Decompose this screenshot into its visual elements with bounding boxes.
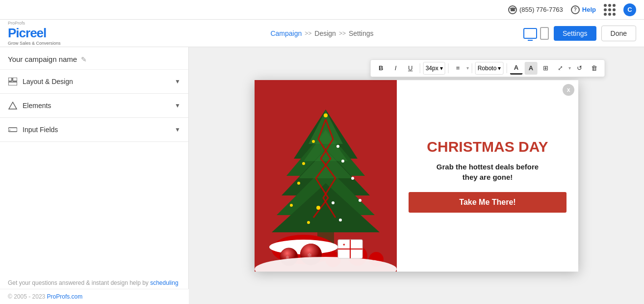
accordion-layout: Layout & Design ▼ [0,70,188,94]
logo-tagline: Grow Sales & Conversions [8,41,61,46]
svg-point-21 [297,182,300,185]
user-avatar[interactable]: C [623,3,636,16]
input-chevron: ▼ [175,126,180,133]
svg-point-25 [316,206,320,210]
svg-point-17 [312,140,315,143]
popup-image-side: ❄ ❄ ✦ [255,80,397,272]
svg-point-24 [359,199,361,202]
expand-button[interactable]: ⤢ [554,62,567,75]
font-family-select[interactable]: Roboto ▾ [475,62,504,75]
svg-point-23 [290,204,293,207]
nav-campaign[interactable]: Campaign [270,29,302,37]
svg-point-16 [324,113,328,117]
popup-subtitle: Grab the hottest deals before they are g… [437,162,539,182]
accordion-elements-header[interactable]: Elements ▼ [0,94,188,117]
desktop-view-icon[interactable] [523,28,537,39]
layout-label: Layout & Design [23,78,73,85]
nav-sep1: >> [305,30,311,37]
align-button[interactable]: ≡ [452,62,464,75]
input-icon [8,125,18,135]
font-size-select[interactable]: 34px ▾ [423,62,445,75]
footer-text: Get your questions answered & instant de… [8,279,150,286]
svg-rect-0 [8,78,12,81]
help-label: Help [582,6,596,13]
elements-icon [8,101,18,111]
subtitle-line1: Grab the hottest deals before [437,163,539,171]
proprofs-link[interactable]: ProProfs.com [47,293,83,300]
campaign-name: Your campaign name [8,55,77,63]
svg-point-27 [307,221,310,224]
cta-button[interactable]: Take Me There! [409,192,567,213]
page-footer: © 2005 - 2023 ProProfs.com [0,289,189,304]
text-toolbar: B I U 34px ▾ ≡ ▾ Roboto ▾ [370,59,605,77]
delete-button[interactable]: 🗑 [588,62,600,75]
undo-button[interactable]: ↺ [573,62,586,75]
layout-chevron: ▼ [175,78,180,85]
accordion-elements: Elements ▼ [0,94,188,118]
grid-icon[interactable] [604,4,616,16]
toolbar-sep2 [448,63,449,73]
nav-design[interactable]: Design [314,29,336,37]
logo-proprofs: ProProfs [8,21,61,26]
canvas-area: ❄ ❄ ✦ [189,47,644,304]
accordion-input: Input Fields ▼ [0,118,188,142]
svg-point-28 [339,219,342,221]
subtitle-line2: they are gone! [463,173,513,181]
image-button[interactable]: ⊞ [539,62,552,75]
svg-point-19 [302,162,305,165]
svg-point-26 [332,201,335,204]
header-actions: Settings Done [523,26,636,41]
underline-button[interactable]: U [404,62,417,75]
top-bar: ☎ (855) 776-7763 ? Help C [0,0,644,20]
help-item[interactable]: ? Help [571,5,596,14]
accordion-input-header[interactable]: Input Fields ▼ [0,118,188,141]
mobile-view-icon[interactable] [540,27,549,40]
svg-point-22 [351,177,354,180]
nav-sep2: >> [339,30,346,37]
bg-color-button[interactable]: A [524,62,537,75]
toolbar-sep4 [506,63,507,73]
nav-breadcrumb: Campaign >> Design >> Settings [270,29,373,37]
svg-marker-3 [9,102,17,109]
phone-icon: ☎ [508,5,517,14]
accordion-layout-left: Layout & Design [8,77,73,86]
svg-rect-1 [13,78,17,81]
popup-content-side: x B I U 34px ▾ ≡ ▾ Roboto [397,80,578,272]
toolbar-sep1 [420,63,420,73]
device-icons [523,27,549,40]
popup-container: ❄ ❄ ✦ [255,80,578,272]
svg-point-20 [341,160,344,163]
phone-item[interactable]: ☎ (855) 776-7763 [508,5,563,14]
logo-area: ProProfs Picreel Grow Sales & Conversion… [8,21,61,46]
elements-chevron: ▼ [175,102,180,109]
help-icon: ? [571,5,580,14]
bold-button[interactable]: B [375,62,387,75]
layout-icon [8,77,18,86]
svg-text:✦: ✦ [342,243,346,247]
sidebar: Your campaign name ✎ Layout & Design ▼ [0,47,189,304]
done-button[interactable]: Done [601,26,636,41]
italic-button[interactable]: I [389,62,402,75]
input-label: Input Fields [23,126,58,134]
nav-settings[interactable]: Settings [349,29,374,37]
main-layout: Your campaign name ✎ Layout & Design ▼ [0,47,644,304]
main-header: ProProfs Picreel Grow Sales & Conversion… [0,20,644,47]
settings-button[interactable]: Settings [554,26,596,41]
campaign-name-row: Your campaign name ✎ [0,47,188,70]
logo-picreel: Picreel [8,26,61,41]
svg-point-18 [336,145,339,148]
close-button[interactable]: x [563,84,574,96]
phone-number: (855) 776-7763 [519,6,563,13]
popup-title: CHRISTMAS DAY [427,138,548,155]
toolbar-sep3 [472,63,472,73]
svg-rect-2 [8,82,17,85]
copyright-text: © 2005 - 2023 [8,293,47,300]
elements-label: Elements [23,102,51,110]
accordion-elements-left: Elements [8,101,51,111]
text-color-button[interactable]: A [510,62,522,75]
edit-campaign-name-icon[interactable]: ✎ [81,55,87,63]
accordion-layout-header[interactable]: Layout & Design ▼ [0,70,188,93]
accordion-input-left: Input Fields [8,125,58,135]
